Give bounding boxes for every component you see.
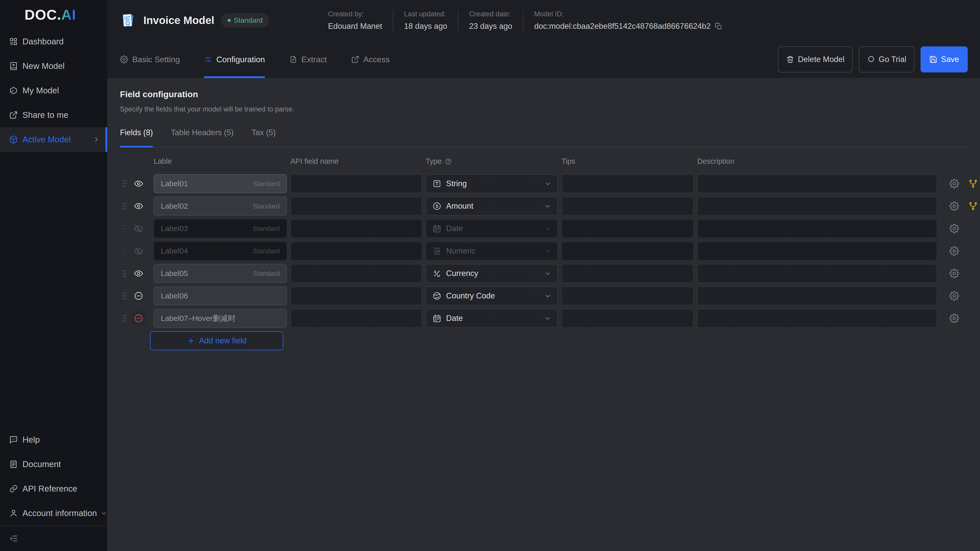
chevron-down-icon	[100, 510, 107, 516]
description-input[interactable]	[697, 309, 937, 328]
type-select[interactable]: ¥ Currency	[426, 264, 558, 283]
minus-circle-icon[interactable]	[134, 291, 143, 301]
api-icon	[9, 484, 18, 493]
sidebar-item-api-reference[interactable]: API Reference	[0, 476, 107, 501]
field-label-input[interactable]: Label01 Standard	[154, 174, 287, 193]
type-select[interactable]: $ Amount	[426, 197, 558, 216]
api-field-name-input[interactable]	[290, 286, 422, 305]
description-input[interactable]	[697, 264, 937, 283]
sidebar-item-help[interactable]: Help	[0, 427, 107, 452]
api-field-name-input[interactable]	[290, 174, 422, 193]
minus-circle-icon[interactable]	[130, 310, 147, 327]
tab-row: Basic Setting Configuration Extract Acce…	[107, 41, 980, 78]
go-trial-button[interactable]: Go Trial	[859, 46, 915, 73]
description-input[interactable]	[697, 241, 937, 260]
description-input[interactable]	[697, 174, 937, 193]
account-icon	[9, 509, 18, 518]
drag-handle-icon[interactable]	[121, 269, 127, 278]
field-row: Label02 Standard $ Amount	[120, 197, 968, 216]
question-icon[interactable]	[445, 158, 452, 165]
field-label-input[interactable]: Label04 Standard	[154, 241, 287, 260]
tips-input[interactable]	[562, 219, 694, 238]
field-label-input[interactable]: Label07–Hover删减时	[154, 309, 287, 328]
standard-tag: Standard	[253, 270, 280, 278]
copy-icon[interactable]	[714, 22, 722, 30]
eye-off-icon[interactable]	[134, 224, 143, 233]
tips-input[interactable]	[562, 286, 694, 305]
row-settings-gear-icon[interactable]	[950, 179, 959, 189]
row-settings-gear-icon[interactable]	[950, 268, 959, 278]
row-gutter	[120, 313, 150, 323]
subtab-fields-8[interactable]: Fields (8)	[120, 128, 153, 148]
type-select[interactable]: Date	[426, 219, 558, 238]
meta-item: Last updated: 18 days ago	[393, 10, 458, 31]
trial-icon	[867, 56, 875, 64]
field-label-input[interactable]: Label03 Standard	[154, 219, 287, 238]
branch-icon[interactable]	[968, 201, 978, 211]
add-new-field-button[interactable]: Add new field	[150, 331, 283, 350]
tips-input[interactable]	[562, 264, 694, 283]
drag-handle-icon[interactable]	[121, 314, 127, 323]
type-select-value: Currency	[446, 269, 539, 278]
field-label-input[interactable]: Label06	[154, 286, 287, 305]
eye-icon[interactable]	[134, 268, 143, 278]
tab-access[interactable]: Access	[351, 41, 390, 78]
sidebar-item-active-model[interactable]: Active Model	[0, 127, 107, 152]
drag-handle-icon[interactable]	[121, 247, 127, 256]
tab-label: Configuration	[216, 55, 265, 64]
tab-extract[interactable]: Extract	[289, 41, 327, 78]
api-field-name-input[interactable]	[290, 241, 422, 260]
api-field-name-input[interactable]	[290, 309, 422, 328]
description-input[interactable]	[697, 219, 937, 238]
cube-icon	[9, 135, 18, 144]
eye-icon[interactable]	[134, 201, 143, 211]
subtab-table-headers-5[interactable]: Table Headers (5)	[171, 128, 234, 148]
sidebar-item-account-information[interactable]: Account information	[0, 501, 107, 526]
sidebar-item-dashboard[interactable]: Dashboard	[0, 29, 107, 54]
sidebar-item-label: Account information	[22, 508, 97, 518]
type-select[interactable]: String	[426, 174, 558, 193]
api-field-name-input[interactable]	[290, 197, 422, 216]
api-field-name-input[interactable]	[290, 264, 422, 283]
sidebar-item-my-model[interactable]: My Model	[0, 78, 107, 103]
tab-basic-setting[interactable]: Basic Setting	[120, 41, 180, 78]
drag-handle-icon[interactable]	[121, 202, 127, 210]
row-settings-gear-icon[interactable]	[950, 313, 959, 323]
sidebar-item-share-to-me[interactable]: Share to me	[0, 103, 107, 127]
sidebar-item-document[interactable]: Document	[0, 452, 107, 476]
row-settings-gear-icon[interactable]	[950, 201, 959, 211]
save-button[interactable]: Save	[921, 46, 968, 73]
description-input[interactable]	[697, 286, 937, 305]
subtab-label: Tax (5)	[251, 128, 276, 137]
invoice-model-icon: $	[120, 12, 136, 29]
row-settings-gear-icon[interactable]	[950, 224, 959, 233]
drag-handle-icon[interactable]	[121, 224, 127, 233]
sliders-icon	[204, 56, 212, 64]
drag-handle-icon[interactable]	[121, 292, 127, 300]
api-field-name-input[interactable]	[290, 219, 422, 238]
subtab-tax-5[interactable]: Tax (5)	[251, 128, 276, 148]
collapse-sidebar-icon[interactable]	[9, 534, 18, 543]
type-select-value: String	[446, 179, 539, 188]
tips-input[interactable]	[562, 197, 694, 216]
field-configuration-panel: Field configuration Specify the fields t…	[107, 78, 980, 551]
type-select[interactable]: Date	[426, 309, 558, 328]
tab-configuration[interactable]: Configuration	[204, 41, 265, 78]
row-settings-gear-icon[interactable]	[950, 291, 959, 301]
delete-model-button[interactable]: Delete Model	[778, 46, 853, 73]
eye-off-icon[interactable]	[134, 246, 143, 256]
type-select[interactable]: 123 Numeric	[426, 241, 558, 260]
type-select[interactable]: Country Code	[426, 286, 558, 305]
field-label-input[interactable]: Label02 Standard	[154, 197, 287, 216]
sidebar-item-new-model[interactable]: New Model	[0, 54, 107, 78]
type-select-value: Amount	[446, 202, 539, 211]
tips-input[interactable]	[562, 241, 694, 260]
eye-icon[interactable]	[134, 179, 143, 189]
row-settings-gear-icon[interactable]	[950, 246, 959, 256]
description-input[interactable]	[697, 197, 937, 216]
tips-input[interactable]	[562, 309, 694, 328]
tips-input[interactable]	[562, 174, 694, 193]
branch-icon[interactable]	[968, 179, 978, 189]
field-label-input[interactable]: Label05 Standard	[154, 264, 287, 283]
drag-handle-icon[interactable]	[121, 179, 127, 188]
